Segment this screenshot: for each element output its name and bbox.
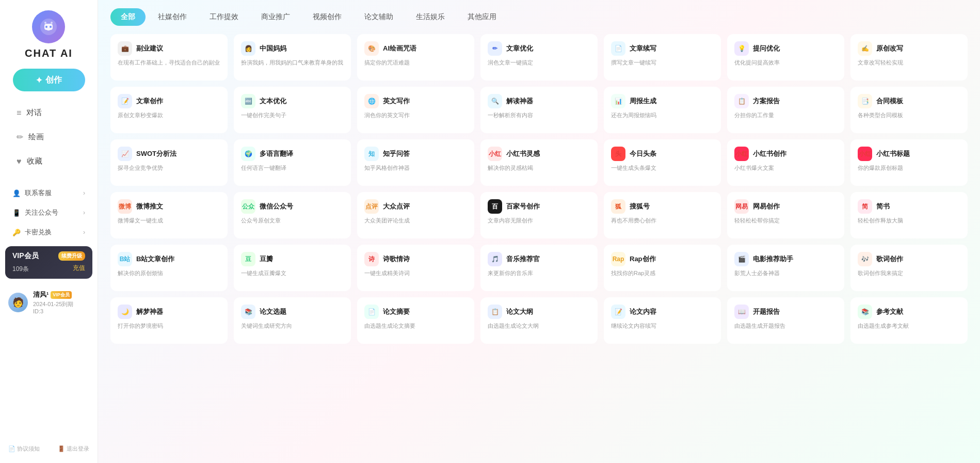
card-desc-18: 一键生成头条爆文 (611, 164, 714, 172)
user-info: 清风¹ VIP会员 2024-01-25到期 ID:3 (33, 290, 89, 314)
card-desc-7: 原创文章秒变爆款 (118, 111, 220, 119)
app-title: CHAT AI (25, 47, 73, 59)
card-icon-19: 小红 (734, 147, 749, 161)
card-12[interactable]: 📋方案报告分担你的工作量 (727, 87, 844, 133)
card-32[interactable]: RapRap创作找找你的Rap灵感 (604, 245, 721, 291)
card-17[interactable]: 小红小红书灵感解决你的灵感枯竭 (480, 139, 598, 186)
card-5[interactable]: 💡提问优化优化提问提高效率 (727, 34, 844, 81)
card-desc-36: 关键词生成研究方向 (241, 322, 344, 330)
sidebar-link-wechat[interactable]: 📱 关注公众号 › (0, 203, 98, 222)
card-icon-3: ✏ (488, 41, 502, 56)
card-13[interactable]: 📑合同模板各种类型合同模板 (850, 87, 968, 133)
card-14[interactable]: 📈SWOT分析法探寻企业竞争优势 (110, 139, 228, 186)
card-8[interactable]: 🔤文本优化一键创作完美句子 (234, 87, 351, 133)
card-30[interactable]: 诗诗歌情诗一键生成精美诗词 (357, 245, 474, 291)
card-34[interactable]: 🎶歌词创作歌词创作我来搞定 (850, 245, 968, 291)
card-0[interactable]: 💼副业建议在现有工作基础上，寻找适合自己的副业 (110, 34, 228, 81)
card-16[interactable]: 知知乎问答知乎风格创作神器 (357, 139, 474, 186)
card-title-40: 开题报告 (753, 308, 780, 316)
create-button[interactable]: ✦ 创作 (13, 69, 85, 91)
card-desc-19: 小红书爆火文案 (734, 164, 837, 172)
card-10[interactable]: 🔍解读神器一秒解析所有内容 (480, 87, 598, 133)
card-desc-6: 文章改写轻松实现 (858, 59, 960, 67)
card-9[interactable]: 🌐英文写作润色你的英文写作 (357, 87, 474, 133)
vip-section: VIP会员 续费升级 109条 充值 (5, 246, 92, 279)
card-28[interactable]: B站B站文章创作解决你的原创烦恼 (110, 245, 228, 291)
card-6[interactable]: ✍原创改写文章改写轻松实现 (850, 34, 968, 81)
tab-社媒创作[interactable]: 社媒创作 (148, 8, 197, 26)
tab-生活娱乐[interactable]: 生活娱乐 (406, 8, 455, 26)
card-title-5: 提问优化 (753, 44, 780, 53)
tab-其他应用[interactable]: 其他应用 (457, 8, 507, 26)
card-desc-12: 分担你的工作量 (734, 111, 837, 119)
vip-recharge[interactable]: 充值 (73, 264, 85, 273)
svg-point-4 (44, 22, 46, 24)
card-27[interactable]: 简简书轻松创作释放大脑 (850, 192, 968, 238)
card-icon-4: 📄 (611, 41, 625, 56)
card-29[interactable]: 豆豆瓣一键生成豆瓣爆文 (234, 245, 351, 291)
sidebar-item-favorites[interactable]: ♥ 收藏 (8, 150, 89, 172)
card-39[interactable]: 📝论文内容继续论文内容续写 (604, 297, 721, 344)
card-desc-14: 探寻企业竞争优势 (118, 164, 220, 172)
sidebar-item-dialogue[interactable]: ≡ 对话 (8, 102, 89, 124)
card-icon-37: 📄 (364, 305, 379, 319)
sidebar-link-redeem[interactable]: 🔑 卡密兑换 › (0, 222, 98, 242)
card-icon-25: 狐 (611, 199, 625, 214)
card-title-35: 解梦神器 (136, 308, 163, 316)
card-18[interactable]: 头今日头条一键生成头条爆文 (604, 139, 721, 186)
card-38[interactable]: 📋论文大纲由选题生成论文大纲 (480, 297, 598, 344)
card-15[interactable]: 🌍多语言翻译任何语言一键翻译 (234, 139, 351, 186)
card-3[interactable]: ✏文章优化润色文章一键搞定 (480, 34, 598, 81)
card-41[interactable]: 📚参考文献由选题生成参考文献 (850, 297, 968, 344)
card-4[interactable]: 📄文章续写撰写文章一键续写 (604, 34, 721, 81)
card-desc-1: 扮演我妈，用我妈的口气来教育单身的我 (241, 59, 344, 67)
card-35[interactable]: 🌙解梦神器打开你的梦境密码 (110, 297, 228, 344)
tab-论文辅助[interactable]: 论文辅助 (354, 8, 404, 26)
card-desc-8: 一键创作完美句子 (241, 111, 344, 119)
card-icon-11: 📊 (611, 94, 625, 108)
card-1[interactable]: 👩中国妈妈扮演我妈，用我妈的口气来教育单身的我 (234, 34, 351, 81)
tab-全部[interactable]: 全部 (110, 8, 146, 26)
card-desc-37: 由选题生成论文摘要 (364, 322, 467, 330)
card-title-26: 网易创作 (753, 202, 780, 211)
card-icon-21: 微博 (118, 199, 132, 214)
vip-badge[interactable]: 续费升级 (58, 251, 85, 261)
card-33[interactable]: 🎬电影推荐助手影荒人士必备神器 (727, 245, 844, 291)
sidebar-link-customer[interactable]: 👤 联系客服 › (0, 183, 98, 203)
card-37[interactable]: 📄论文摘要由选题生成论文摘要 (357, 297, 474, 344)
user-vip-tag: VIP会员 (51, 291, 72, 299)
agreement-link[interactable]: 📄 协议须知 (8, 445, 40, 453)
card-desc-13: 各种类型合同模板 (858, 111, 960, 119)
card-title-8: 文本优化 (260, 97, 286, 106)
card-icon-20: 小红 (858, 147, 872, 161)
sidebar-item-drawing[interactable]: ✏ 绘画 (8, 126, 89, 148)
card-21[interactable]: 微博微博推文微博爆文一键生成 (110, 192, 228, 238)
card-7[interactable]: 📝文章创作原创文章秒变爆款 (110, 87, 228, 133)
card-26[interactable]: 网易网易创作轻轻松松帮你搞定 (727, 192, 844, 238)
card-31[interactable]: 🎵音乐推荐官来更新你的音乐库 (480, 245, 598, 291)
tab-商业推广[interactable]: 商业推广 (251, 8, 300, 26)
card-11[interactable]: 📊周报生成还在为周报烦恼吗 (604, 87, 721, 133)
card-desc-32: 找找你的Rap灵感 (611, 269, 714, 277)
logout-link[interactable]: 🚪 退出登录 (58, 445, 89, 453)
tab-工作提效[interactable]: 工作提效 (199, 8, 249, 26)
sidebar-nav: ≡ 对话 ✏ 绘画 ♥ 收藏 (0, 102, 98, 174)
agreement-label: 协议须知 (17, 445, 40, 453)
card-desc-21: 微博爆文一键生成 (118, 217, 220, 225)
card-icon-12: 📋 (734, 94, 749, 108)
card-25[interactable]: 狐搜狐号再也不用费心创作 (604, 192, 721, 238)
card-23[interactable]: 点评大众点评大众美团评论生成 (357, 192, 474, 238)
card-title-10: 解读神器 (506, 97, 533, 106)
card-36[interactable]: 📚论文选题关键词生成研究方向 (234, 297, 351, 344)
card-24[interactable]: 百百家号创作文章内容无限创作 (480, 192, 598, 238)
card-title-36: 论文选题 (260, 308, 286, 316)
card-19[interactable]: 小红小红书创作小红书爆火文案 (727, 139, 844, 186)
card-title-14: SWOT分析法 (136, 150, 176, 158)
card-20[interactable]: 小红小红书标题你的爆款原创标题 (850, 139, 968, 186)
card-2[interactable]: 🎨AI绘画咒语搞定你的咒语难题 (357, 34, 474, 81)
tab-视频创作[interactable]: 视频创作 (302, 8, 352, 26)
content-area: 💼副业建议在现有工作基础上，寻找适合自己的副业👩中国妈妈扮演我妈，用我妈的口气来… (98, 26, 980, 463)
card-40[interactable]: 📖开题报告由选题生成开题报告 (727, 297, 844, 344)
card-22[interactable]: 公众微信公众号公众号原创文章 (234, 192, 351, 238)
user-section: 🧑 清风¹ VIP会员 2024-01-25到期 ID:3 (0, 285, 98, 320)
